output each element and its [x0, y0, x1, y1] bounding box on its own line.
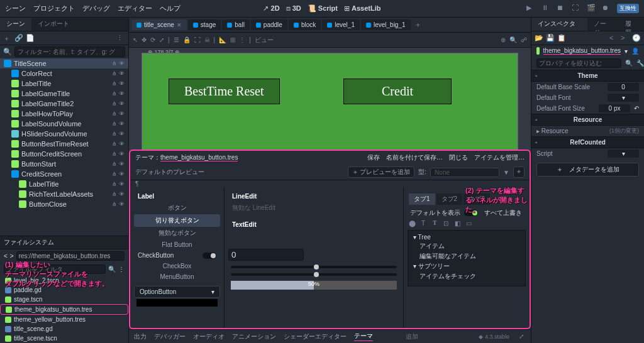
tree-node[interactable]: ButtonStart⋔👁: [0, 159, 128, 169]
rss-icon[interactable]: ⋔: [112, 191, 117, 197]
tree-node[interactable]: ButtonBestTimeReset⋔👁: [0, 139, 128, 149]
play-icon[interactable]: ▶: [526, 4, 536, 14]
tab-scene-dock[interactable]: シーン: [0, 18, 31, 31]
tree-node[interactable]: HSliderSoundVolume⋔👁: [0, 129, 128, 139]
insp-search-icon[interactable]: 🔍: [625, 60, 633, 67]
attach-script-icon[interactable]: 📄: [26, 34, 35, 43]
tree-node[interactable]: TitleScene⋔👁: [0, 58, 128, 68]
pause-icon[interactable]: ⏸: [541, 4, 552, 14]
visibility-icon[interactable]: 👁: [119, 60, 125, 67]
center-icon[interactable]: ⊕: [501, 36, 506, 43]
rss-icon[interactable]: ⋔: [112, 121, 117, 127]
type-add-button[interactable]: ＋: [513, 166, 525, 178]
scene-tab[interactable]: title_scene✕: [131, 19, 187, 30]
tree-node[interactable]: LabelSoundVolume⋔👁: [0, 119, 128, 129]
visibility-icon[interactable]: 👁: [119, 121, 125, 127]
tree-node[interactable]: LabelTitle⋔👁: [0, 179, 128, 189]
close-icon[interactable]: ✕: [177, 22, 182, 28]
tree-node[interactable]: LabelGameTitle⋔👁: [0, 89, 128, 99]
remote-icon[interactable]: ⛶: [572, 4, 582, 14]
lock-icon[interactable]: 🔒: [183, 36, 191, 43]
menu-scene[interactable]: シーン: [5, 4, 26, 13]
tab-animation[interactable]: アニメーション: [232, 332, 276, 341]
zoom-icon[interactable]: 🔍: [509, 36, 517, 43]
tab-assetlib[interactable]: ⊞ AssetLib: [344, 4, 381, 13]
rss-icon[interactable]: ⋔: [112, 111, 117, 117]
menu-help[interactable]: ヘルプ: [160, 4, 180, 13]
preview-flat-button[interactable]: Flat Button: [134, 239, 220, 250]
scene-tree[interactable]: TitleScene⋔👁ColorRect⋔👁LabelTitle⋔👁Label…: [0, 58, 128, 236]
fs-item[interactable]: title_scene.tscn: [0, 334, 128, 343]
tab-3[interactable]: タブ3: [464, 193, 490, 205]
section-resource[interactable]: ◦Resource: [531, 114, 644, 126]
add-scene-tab[interactable]: ＋: [414, 20, 421, 30]
fs-item[interactable]: stage.tscn: [0, 295, 128, 304]
rss-icon[interactable]: ⋔: [112, 70, 117, 77]
visibility-icon[interactable]: 👁: [119, 191, 125, 197]
theme-close[interactable]: 閉じる: [449, 153, 468, 162]
scene-filter-input[interactable]: [14, 46, 125, 57]
section-refcounted[interactable]: ◦RefCounted: [531, 136, 644, 148]
visibility-icon[interactable]: 👁: [119, 101, 125, 107]
view-menu[interactable]: ビュー: [255, 36, 274, 45]
insp-pin-icon[interactable]: 👤: [631, 48, 639, 55]
preview-checkbox[interactable]: CheckBox: [134, 261, 220, 271]
preview-tree[interactable]: ▾ Tree アイテム 編集可能なアイテム ▾ サブツリー アイテムをチェック: [408, 230, 526, 286]
insp-open-icon[interactable]: 📂: [535, 34, 543, 43]
rss-icon[interactable]: ⋔: [112, 181, 117, 187]
scene-tab[interactable]: paddle: [251, 19, 287, 30]
visibility-icon[interactable]: 👁: [119, 171, 125, 177]
fs-item[interactable]: paddle.gd: [0, 285, 128, 295]
expand-icon[interactable]: ⤢: [517, 332, 526, 341]
add-preview-button[interactable]: ＋ プレビューを追加: [348, 166, 415, 178]
tree-node[interactable]: ColorRect⋔👁: [0, 68, 128, 79]
icon-icon[interactable]: ◧: [453, 219, 462, 227]
tab-history[interactable]: 履歴: [619, 18, 644, 31]
menu-project[interactable]: プロジェクト: [33, 4, 75, 13]
tree-node[interactable]: ButtonCreditScreen⋔👁: [0, 149, 128, 159]
scene-tab[interactable]: ball: [222, 19, 250, 30]
snap-icon[interactable]: ⊞: [230, 36, 235, 43]
rss-icon[interactable]: ⋔: [112, 80, 117, 87]
instance-icon[interactable]: 🔗: [14, 34, 23, 43]
revert-icon[interactable]: ↶: [634, 105, 639, 112]
tab-3d[interactable]: ⧈ 3D: [286, 4, 301, 13]
game-button-credit[interactable]: Credit: [343, 79, 452, 104]
renderer-badge[interactable]: 互換性: [617, 4, 639, 13]
game-button-besttime[interactable]: BestTime Reset: [169, 79, 280, 104]
type-select[interactable]: None: [430, 168, 499, 177]
fs-path-input[interactable]: [16, 251, 125, 261]
visibility-icon[interactable]: 👁: [119, 70, 125, 77]
insp-fwd-icon[interactable]: >: [621, 34, 630, 43]
tab-node[interactable]: ノード: [587, 18, 619, 31]
preview-checkbutton[interactable]: CheckButton: [138, 252, 174, 259]
prop-script-value[interactable]: ▾: [608, 150, 639, 158]
visibility-icon[interactable]: 👁: [119, 80, 125, 87]
rss-icon[interactable]: ⋔: [112, 60, 117, 67]
tree-node[interactable]: LabelTitle⋔👁: [0, 79, 128, 89]
insp-tools-icon[interactable]: 🔧: [636, 60, 644, 67]
tab-2[interactable]: タブ2: [436, 193, 463, 205]
snap-options-icon[interactable]: ⋮: [239, 36, 245, 43]
theme-save[interactable]: 保存: [367, 153, 380, 162]
fs-item[interactable]: title_scene.gd: [0, 324, 128, 334]
nav-fwd-icon[interactable]: >: [10, 253, 14, 259]
theme-manage-items[interactable]: アイテムを管理…: [474, 153, 525, 162]
insp-back-icon[interactable]: <: [609, 34, 618, 43]
movie-icon[interactable]: ⏺: [602, 4, 612, 14]
more-icon[interactable]: ⋮: [116, 34, 125, 43]
inspector-filter-input[interactable]: [536, 58, 621, 68]
menu-editor[interactable]: エディター: [118, 4, 152, 13]
tab-debugger[interactable]: デバッガー: [154, 332, 186, 341]
play-scene-icon[interactable]: 🎬: [587, 4, 597, 14]
tab-theme[interactable]: テーマ: [354, 332, 373, 341]
tree-node[interactable]: LabelGameTitle2⋔👁: [0, 99, 128, 109]
nav-back-icon[interactable]: <: [4, 253, 8, 259]
layers-icon[interactable]: ☍: [521, 36, 527, 43]
scene-tab[interactable]: level_big_1: [361, 19, 411, 30]
group-icon[interactable]: ⛶: [194, 36, 201, 43]
fontsize-icon[interactable]: ⊡: [441, 219, 450, 227]
rss-icon[interactable]: ⋔: [112, 201, 117, 207]
prop-default-font-size-value[interactable]: 0 px: [599, 104, 630, 112]
visibility-icon[interactable]: 👁: [119, 161, 125, 167]
